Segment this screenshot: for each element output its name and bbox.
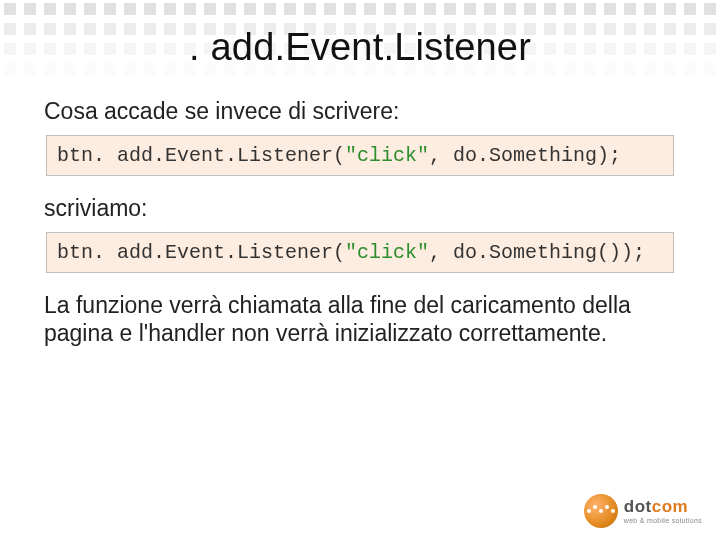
code1-string-literal: "click" <box>345 144 429 167</box>
logo-wordmark: dotcom <box>624 498 702 515</box>
mid-text: scriviamo: <box>44 194 676 222</box>
logo-text-block: dotcom web & mobile solutions <box>624 498 702 524</box>
logo-tagline: web & mobile solutions <box>624 517 702 524</box>
code-block-2: btn. add.Event.Listener("click", do.Some… <box>46 232 674 273</box>
logo-word-part1: dot <box>624 497 652 516</box>
code2-prefix: btn. add.Event.Listener( <box>57 241 345 264</box>
logo-sphere-icon <box>584 494 618 528</box>
code1-prefix: btn. add.Event.Listener( <box>57 144 345 167</box>
logo-dots-icon <box>584 494 618 528</box>
logo-word-part2: com <box>652 497 688 516</box>
slide-container: . add.Event.Listener Cosa accade se inve… <box>0 0 720 540</box>
code-block-1: btn. add.Event.Listener("click", do.Some… <box>46 135 674 176</box>
code1-suffix: , do.Something); <box>429 144 621 167</box>
code2-suffix: , do.Something()); <box>429 241 645 264</box>
brand-logo: dotcom web & mobile solutions <box>584 494 702 528</box>
closing-text: La funzione verrà chiamata alla fine del… <box>44 291 676 347</box>
slide-title: . add.Event.Listener <box>44 26 676 69</box>
code2-string-literal: "click" <box>345 241 429 264</box>
intro-text: Cosa accade se invece di scrivere: <box>44 97 676 125</box>
